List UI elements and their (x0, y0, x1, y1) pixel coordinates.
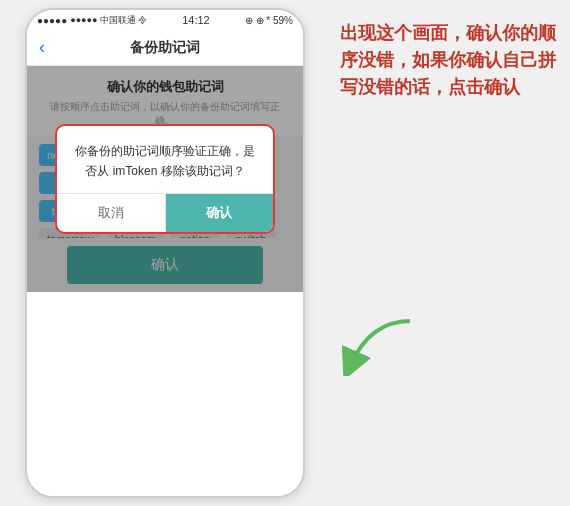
battery-icon: ⊕ * 59% (256, 15, 293, 26)
phone: ●●●●● ●●●●● 中国联通 令 14:12 ⊕ ⊕ * 59% ‹ 备份助… (25, 8, 305, 498)
nav-bar: ‹ 备份助记词 (27, 30, 303, 66)
dialog-overlay: 你备份的助记词顺序验证正确，是否从 imToken 移除该助记词？ 取消 确认 (27, 66, 303, 292)
nav-title: 备份助记词 (130, 39, 200, 57)
screen-content: 确认你的钱包助记词 请按顺序点击助记词，以确认你的备份助记词填写正确。 neph… (27, 66, 303, 292)
time: 14:12 (182, 14, 210, 26)
back-button[interactable]: ‹ (39, 37, 45, 58)
annotation-section: 出现这个画面，确认你的顺序没错，如果你确认自己拼写没错的话，点击确认 (330, 0, 570, 506)
carrier: ●●●●● 中国联通 令 (70, 14, 147, 27)
phone-wrapper: ●●●●● ●●●●● 中国联通 令 14:12 ⊕ ⊕ * 59% ‹ 备份助… (0, 0, 330, 506)
dialog-message: 你备份的助记词顺序验证正确，是否从 imToken 移除该助记词？ (73, 142, 257, 180)
dialog-cancel-button[interactable]: 取消 (57, 194, 166, 232)
signal-dots: ●●●●● (37, 15, 67, 26)
arrow-container (340, 316, 400, 376)
status-bar: ●●●●● ●●●●● 中国联通 令 14:12 ⊕ ⊕ * 59% (27, 10, 303, 30)
dialog-confirm-button[interactable]: 确认 (166, 194, 274, 232)
dialog-box: 你备份的助记词顺序验证正确，是否从 imToken 移除该助记词？ 取消 确认 (55, 124, 275, 233)
dialog-buttons: 取消 确认 (57, 193, 273, 232)
annotation-text: 出现这个画面，确认你的顺序没错，如果你确认自己拼写没错的话，点击确认 (340, 20, 560, 101)
bluetooth-icon: ⊕ (245, 15, 253, 26)
status-right: ⊕ ⊕ * 59% (245, 15, 293, 26)
dialog-content: 你备份的助记词顺序验证正确，是否从 imToken 移除该助记词？ (57, 126, 273, 192)
status-left: ●●●●● ●●●●● 中国联通 令 (37, 14, 147, 27)
arrow-icon (340, 316, 420, 376)
